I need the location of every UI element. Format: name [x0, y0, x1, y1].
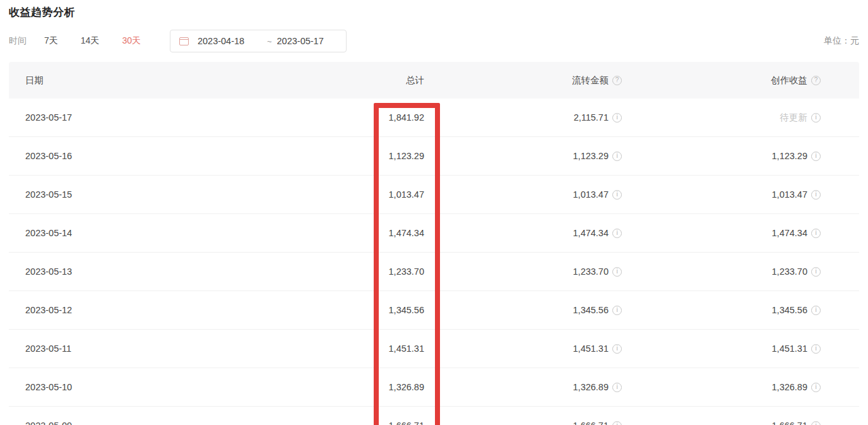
info-icon[interactable]: i — [612, 190, 622, 200]
date-start-input[interactable] — [198, 36, 262, 46]
cell-total: 1,841.92 — [227, 112, 424, 123]
cell-total: 1,474.34 — [227, 228, 424, 238]
time-filter-label: 时间 — [9, 35, 27, 47]
table-row: 2023-05-10 1,326.89 1,326.89 i 1,326.89 … — [9, 368, 859, 407]
info-icon[interactable]: i — [811, 267, 821, 277]
column-header-total: 总计 — [227, 75, 424, 87]
info-icon[interactable]: i — [612, 113, 622, 123]
time-option-7d[interactable]: 7天 — [44, 35, 58, 47]
table-row: 2023-05-09 1,666.71 1,666.71 i 1,666.71 … — [9, 407, 859, 425]
cell-transfer: 1,326.89 i — [424, 382, 622, 392]
cell-creation: 1,326.89 i — [622, 382, 859, 392]
table-row: 2023-05-12 1,345.56 1,345.56 i 1,345.56 … — [9, 291, 859, 330]
info-icon[interactable]: i — [612, 421, 622, 425]
cell-total: 1,013.47 — [227, 189, 424, 200]
cell-total: 1,233.70 — [227, 266, 424, 277]
cell-creation: 1,123.29 i — [622, 151, 859, 161]
info-icon[interactable]: i — [612, 267, 622, 277]
info-icon[interactable]: i — [811, 113, 821, 123]
info-icon[interactable]: i — [811, 229, 821, 238]
info-icon[interactable]: i — [612, 306, 622, 315]
help-icon[interactable]: ? — [811, 76, 821, 85]
info-icon[interactable]: i — [612, 229, 622, 238]
cell-creation: 1,666.71 i — [622, 421, 859, 425]
table-row: 2023-05-11 1,451.31 1,451.31 i 1,451.31 … — [9, 330, 859, 368]
cell-date: 2023-05-11 — [9, 344, 227, 354]
cell-transfer: 2,115.71 i — [424, 112, 622, 123]
cell-total: 1,123.29 — [227, 151, 424, 161]
cell-creation: 1,451.31 i — [622, 344, 859, 354]
column-header-transfer: 流转金额 ? — [424, 75, 622, 87]
cell-date: 2023-05-12 — [9, 305, 227, 315]
info-icon[interactable]: i — [612, 152, 622, 161]
table-row: 2023-05-14 1,474.34 1,474.34 i 1,474.34 … — [9, 214, 859, 253]
table-header-row: 日期 总计 流转金额 ? 创作收益 ? — [9, 62, 859, 99]
cell-date: 2023-05-17 — [9, 112, 227, 123]
cell-transfer: 1,345.56 i — [424, 305, 622, 315]
info-icon[interactable]: i — [811, 383, 821, 392]
table-row: 2023-05-17 1,841.92 2,115.71 i 待更新 i — [9, 99, 859, 137]
info-icon[interactable]: i — [811, 152, 821, 161]
table-body: 2023-05-17 1,841.92 2,115.71 i 待更新 i 202… — [9, 99, 859, 425]
revenue-trend-page: 收益趋势分析 时间 7天 14天 30天 ~ 单位：元 日期 总计 流转金额 ?… — [0, 0, 868, 425]
cell-transfer: 1,451.31 i — [424, 344, 622, 354]
cell-date: 2023-05-15 — [9, 189, 227, 200]
table-row: 2023-05-16 1,123.29 1,123.29 i 1,123.29 … — [9, 137, 859, 176]
cell-transfer: 1,666.71 i — [424, 421, 622, 425]
info-icon[interactable]: i — [811, 421, 821, 425]
cell-date: 2023-05-13 — [9, 266, 227, 277]
cell-creation: 1,233.70 i — [622, 266, 859, 277]
info-icon[interactable]: i — [612, 344, 622, 354]
cell-creation: 1,345.56 i — [622, 305, 859, 315]
cell-creation: 1,474.34 i — [622, 228, 859, 238]
help-icon[interactable]: ? — [612, 76, 622, 85]
date-end-input[interactable] — [277, 36, 342, 46]
cell-creation: 1,013.47 i — [622, 189, 859, 200]
cell-date: 2023-05-14 — [9, 228, 227, 238]
cell-creation: 待更新 i — [622, 112, 859, 124]
cell-total: 1,326.89 — [227, 382, 424, 392]
date-range-separator: ~ — [267, 37, 272, 46]
info-icon[interactable]: i — [811, 344, 821, 354]
page-title: 收益趋势分析 — [9, 0, 859, 20]
info-icon[interactable]: i — [612, 383, 622, 392]
filter-bar: 时间 7天 14天 30天 ~ 单位：元 — [9, 30, 859, 52]
column-header-creation: 创作收益 ? — [622, 75, 859, 87]
calendar-icon — [179, 37, 189, 45]
cell-transfer: 1,013.47 i — [424, 189, 622, 200]
table-row: 2023-05-15 1,013.47 1,013.47 i 1,013.47 … — [9, 176, 859, 214]
table-row: 2023-05-13 1,233.70 1,233.70 i 1,233.70 … — [9, 253, 859, 291]
info-icon[interactable]: i — [811, 190, 821, 200]
cell-total: 1,451.31 — [227, 344, 424, 354]
cell-total: 1,345.56 — [227, 305, 424, 315]
column-header-date: 日期 — [9, 75, 227, 87]
date-range-picker[interactable]: ~ — [170, 30, 347, 52]
cell-transfer: 1,233.70 i — [424, 266, 622, 277]
unit-label: 单位：元 — [824, 35, 859, 47]
cell-date: 2023-05-09 — [9, 421, 227, 425]
cell-date: 2023-05-16 — [9, 151, 227, 161]
cell-transfer: 1,474.34 i — [424, 228, 622, 238]
cell-date: 2023-05-10 — [9, 382, 227, 392]
cell-transfer: 1,123.29 i — [424, 151, 622, 161]
time-option-30d[interactable]: 30天 — [122, 35, 141, 47]
revenue-table: 日期 总计 流转金额 ? 创作收益 ? 2023-05-17 1,841.92 … — [9, 62, 859, 425]
cell-total: 1,666.71 — [227, 421, 424, 425]
info-icon[interactable]: i — [811, 306, 821, 315]
time-option-14d[interactable]: 14天 — [81, 35, 100, 47]
